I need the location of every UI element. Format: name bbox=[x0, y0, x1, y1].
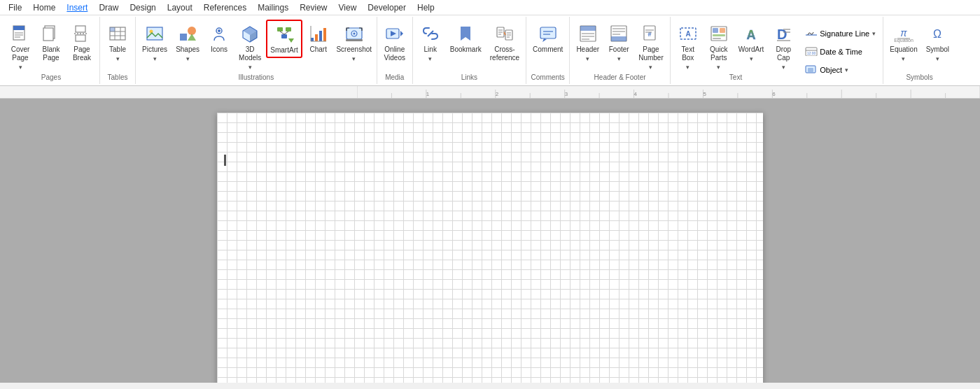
online-videos-button[interactable]: OnlineVideos bbox=[380, 20, 410, 65]
cross-reference-icon bbox=[493, 22, 516, 45]
drop-cap-icon: D bbox=[772, 22, 794, 45]
svg-text:A: A bbox=[747, 28, 756, 42]
svg-rect-34 bbox=[319, 31, 322, 41]
shapes-label: Shapes bbox=[176, 45, 200, 54]
menu-layout[interactable]: Layout bbox=[162, 1, 198, 14]
document-page[interactable] bbox=[217, 113, 763, 383]
menu-bar: File Home Insert Draw Design Layout Refe… bbox=[0, 0, 980, 15]
svg-rect-16 bbox=[147, 27, 162, 40]
svg-text:12:00: 12:00 bbox=[807, 51, 816, 55]
ribbon: CoverPage BlankPage bbox=[0, 15, 980, 86]
svg-text:Equation: Equation bbox=[894, 38, 913, 43]
svg-rect-9 bbox=[76, 35, 85, 41]
ribbon-content: CoverPage BlankPage bbox=[0, 15, 980, 85]
svg-rect-58 bbox=[580, 26, 596, 31]
link-button[interactable]: Link bbox=[416, 20, 445, 65]
header-icon bbox=[577, 22, 599, 45]
svg-rect-15 bbox=[110, 27, 115, 31]
footer-label: Footer bbox=[609, 45, 629, 54]
icons-icon bbox=[208, 22, 230, 45]
signature-line-label: Signature Line bbox=[820, 29, 869, 38]
object-label: Object bbox=[820, 66, 842, 74]
svg-rect-33 bbox=[315, 34, 318, 41]
screenshot-button[interactable]: Screenshot bbox=[335, 20, 374, 65]
quick-parts-button[interactable]: QuickParts bbox=[704, 20, 734, 73]
signature-line-button[interactable]: Signature Line ▾ bbox=[801, 26, 880, 42]
blank-page-icon bbox=[40, 22, 62, 45]
svg-marker-43 bbox=[400, 31, 403, 36]
svg-point-40 bbox=[353, 33, 355, 35]
cross-reference-button[interactable]: Cross-reference bbox=[486, 20, 523, 65]
bookmark-button[interactable]: Bookmark bbox=[447, 20, 485, 57]
link-icon bbox=[419, 22, 442, 45]
svg-rect-41 bbox=[346, 39, 363, 41]
shapes-arrow bbox=[186, 54, 190, 62]
page-break-button[interactable]: PageBreak bbox=[67, 20, 97, 65]
date-time-icon: 12:00 bbox=[805, 46, 818, 58]
object-button[interactable]: Object ▾ bbox=[801, 62, 880, 78]
menu-insert[interactable]: Insert bbox=[61, 1, 93, 14]
chart-button[interactable]: Chart bbox=[304, 20, 333, 57]
equation-icon: π Equation bbox=[892, 22, 915, 45]
comment-button[interactable]: Comment bbox=[529, 20, 566, 57]
table-icon bbox=[106, 22, 129, 45]
svg-text:2: 2 bbox=[496, 90, 498, 97]
smartart-icon bbox=[273, 23, 295, 45]
date-time-button[interactable]: 12:00 Date & Time bbox=[801, 44, 880, 60]
tables-group-label: Tables bbox=[108, 73, 128, 83]
wordart-icon: A A bbox=[740, 22, 762, 45]
screenshot-arrow bbox=[352, 54, 356, 62]
blank-page-button[interactable]: BlankPage bbox=[36, 20, 66, 65]
menu-home[interactable]: Home bbox=[27, 1, 61, 14]
menu-mailings[interactable]: Mailings bbox=[252, 1, 294, 14]
cover-page-button[interactable]: CoverPage bbox=[6, 20, 35, 73]
pictures-icon bbox=[144, 22, 166, 45]
svg-rect-54 bbox=[540, 27, 556, 38]
drop-cap-button[interactable]: D DropCap bbox=[769, 20, 798, 73]
pictures-button[interactable]: Pictures bbox=[139, 20, 171, 65]
pictures-label: Pictures bbox=[142, 45, 167, 54]
menu-draw[interactable]: Draw bbox=[93, 1, 124, 14]
footer-button[interactable]: Footer bbox=[604, 20, 634, 65]
symbol-button[interactable]: Ω Symbol bbox=[923, 20, 953, 65]
group-illustrations: Pictures Shapes bbox=[136, 17, 377, 84]
online-videos-label: OnlineVideos bbox=[384, 45, 405, 62]
blank-page-label: BlankPage bbox=[42, 45, 59, 62]
icons-button[interactable]: Icons bbox=[204, 20, 234, 57]
menu-developer[interactable]: Developer bbox=[362, 1, 412, 14]
smartart-button[interactable]: SmartArt bbox=[266, 20, 302, 58]
chart-label: Chart bbox=[310, 45, 327, 54]
link-label: Link bbox=[424, 45, 437, 54]
table-button[interactable]: Table bbox=[103, 20, 132, 65]
page-number-button[interactable]: # PageNumber bbox=[635, 20, 667, 73]
svg-rect-74 bbox=[713, 28, 718, 33]
screenshot-label: Screenshot bbox=[336, 45, 372, 54]
svg-text:D: D bbox=[777, 27, 787, 42]
cross-reference-label: Cross-reference bbox=[490, 45, 519, 62]
menu-references[interactable]: References bbox=[198, 1, 252, 14]
online-videos-icon bbox=[384, 22, 406, 45]
menu-design[interactable]: Design bbox=[124, 1, 161, 14]
menu-file[interactable]: File bbox=[3, 1, 27, 14]
menu-review[interactable]: Review bbox=[294, 1, 332, 14]
header-button[interactable]: Header bbox=[573, 20, 603, 65]
signature-line-icon bbox=[805, 28, 818, 40]
3d-models-label: 3DModels bbox=[239, 45, 261, 62]
icons-label: Icons bbox=[211, 45, 227, 54]
document-area[interactable] bbox=[0, 99, 980, 383]
menu-view[interactable]: View bbox=[333, 1, 363, 14]
svg-rect-89 bbox=[808, 68, 813, 72]
svg-rect-28 bbox=[281, 34, 287, 38]
svg-text:6: 6 bbox=[772, 90, 776, 97]
group-links: Link Bookmark bbox=[413, 17, 526, 84]
text-box-button[interactable]: A TextBox bbox=[673, 20, 703, 73]
link-arrow bbox=[428, 54, 432, 62]
svg-text:π: π bbox=[900, 27, 907, 38]
3d-models-button[interactable]: 3DModels bbox=[235, 20, 265, 73]
shapes-button[interactable]: Shapes bbox=[172, 20, 203, 65]
menu-help[interactable]: Help bbox=[412, 1, 440, 14]
text-box-icon: A bbox=[677, 22, 699, 45]
svg-marker-31 bbox=[288, 38, 294, 43]
wordart-button[interactable]: A A WordArt bbox=[735, 20, 768, 65]
equation-button[interactable]: π Equation Equation bbox=[886, 20, 920, 65]
